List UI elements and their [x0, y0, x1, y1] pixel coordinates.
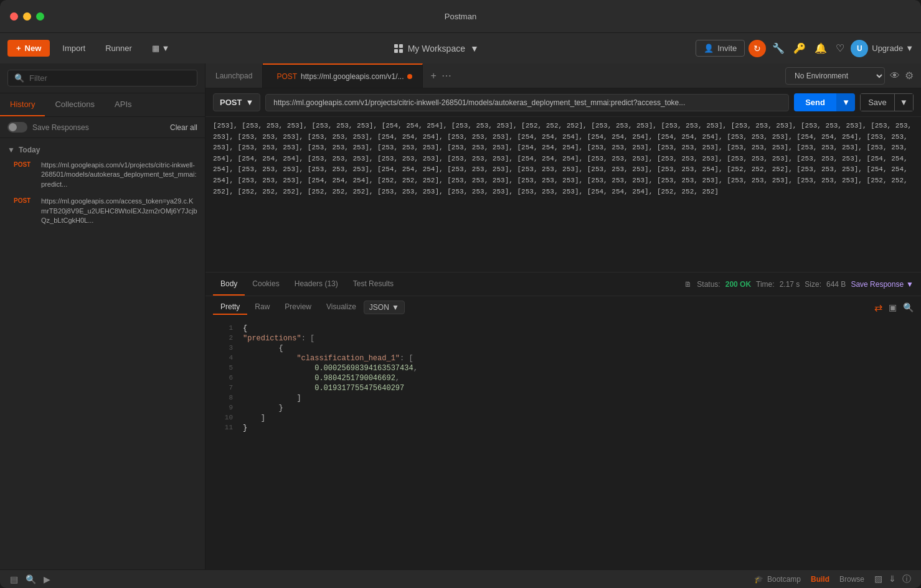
tab-launchpad[interactable]: Launchpad	[205, 63, 263, 88]
sidebar-toggle-icon[interactable]: ▤	[10, 574, 18, 584]
runner-button[interactable]: Runner	[98, 40, 139, 57]
save-button-wrap: Save ▼	[860, 93, 914, 111]
save-responses-label: Save Responses	[32, 123, 89, 132]
wrench-icon-button[interactable]: 🔧	[770, 40, 787, 57]
api-network-button[interactable]: ▦ ▼	[144, 40, 177, 57]
json-line-5: 5 0.00025698394163537434,	[205, 363, 921, 373]
today-section-header[interactable]: ▼ Today	[0, 143, 205, 157]
chevron-down-icon: ▼	[906, 280, 914, 289]
save-responses-switch[interactable]	[7, 122, 27, 133]
console-icon[interactable]: ▶	[44, 574, 50, 584]
wrap-lines-button[interactable]: ⇄	[874, 302, 882, 314]
send-dropdown-button[interactable]: ▼	[836, 93, 855, 111]
traffic-lights	[10, 12, 44, 21]
sidebar-controls: Save Responses Clear all	[0, 117, 205, 138]
fmt-tab-preview[interactable]: Preview	[277, 300, 319, 315]
url-input[interactable]	[265, 94, 789, 111]
window-title: Postman	[445, 12, 476, 21]
format-tabs: Pretty Raw Preview Visualize JSON ▼ ⇄ ▣ …	[205, 296, 921, 319]
json-line-7: 7 0.019317755475640297	[205, 383, 921, 393]
eye-icon-button[interactable]: 👁	[890, 70, 900, 82]
tab-cookies[interactable]: Cookies	[245, 273, 286, 296]
search-icon: 🔍	[14, 73, 24, 83]
key-icon-button[interactable]: 🔑	[791, 40, 808, 57]
minimize-button[interactable]	[23, 12, 31, 21]
tab-active-request[interactable]: POST https://ml.googleapis.com/v1/...	[263, 63, 423, 88]
chevron-down-icon: ▼	[245, 98, 253, 107]
sidebar-search: 🔍	[0, 63, 205, 93]
import-button[interactable]: Import	[55, 40, 93, 57]
settings-icon-button[interactable]: ⚙	[905, 70, 914, 82]
search-input[interactable]	[29, 73, 191, 83]
tab-modified-indicator	[407, 74, 412, 79]
download-icon[interactable]: ⇓	[889, 574, 896, 585]
new-button[interactable]: + New	[7, 40, 50, 57]
json-line-9: 9 }	[205, 403, 921, 413]
environment-select[interactable]: No Environment	[785, 67, 885, 85]
response-time: 2.17 s	[780, 280, 800, 289]
upgrade-button[interactable]: Upgrade ▼	[872, 44, 914, 53]
response-scroll-content: [253], [253, 253, 253], [253, 253, 253],…	[205, 117, 921, 273]
main-layout: 🔍 History Collections APIs Save Response…	[0, 63, 921, 569]
save-response-button[interactable]: Save Response ▼	[851, 280, 914, 289]
request-tabs: Launchpad POST https://ml.googleapis.com…	[205, 63, 921, 88]
clear-all-button[interactable]: Clear all	[170, 123, 197, 132]
fmt-tab-visualize[interactable]: Visualize	[319, 300, 364, 315]
size-label: Size:	[805, 280, 821, 289]
tab-body[interactable]: Body	[213, 273, 245, 296]
bootcamp-button[interactable]: 🎓 Bootcamp	[754, 575, 801, 584]
close-button[interactable]	[10, 12, 18, 21]
json-line-8: 8 ]	[205, 393, 921, 403]
history-url: https://ml.googleapis.com/v1/projects/ci…	[41, 161, 197, 189]
build-button[interactable]: Build	[811, 575, 829, 584]
search-status-icon[interactable]: 🔍	[26, 574, 36, 584]
fmt-tab-pretty[interactable]: Pretty	[213, 300, 247, 315]
sidebar-tab-collections[interactable]: Collections	[45, 93, 105, 116]
status-bar-right: 🎓 Bootcamp Build Browse ▨ ⇓ ⓘ	[754, 574, 911, 585]
tab-test-results[interactable]: Test Results	[346, 273, 401, 296]
format-right-actions: ⇄ ▣ 🔍	[874, 302, 914, 314]
sync-icon-button[interactable]: ↻	[749, 40, 766, 57]
send-button[interactable]: Send	[794, 93, 836, 111]
format-select[interactable]: JSON ▼	[364, 301, 405, 314]
save-responses-toggle: Save Responses	[7, 122, 89, 133]
list-item[interactable]: POST https://ml.googleapis.com/access_to…	[0, 193, 205, 229]
send-button-wrap: Send ▼	[794, 93, 855, 111]
invite-button[interactable]: 👤 Invite	[696, 40, 745, 57]
title-bar: Postman	[0, 0, 921, 32]
bell-icon-button[interactable]: 🔔	[812, 40, 829, 57]
fmt-tab-raw[interactable]: Raw	[247, 300, 277, 315]
tab-headers[interactable]: Headers (13)	[287, 273, 346, 296]
save-button[interactable]: Save	[860, 93, 894, 111]
sidebar-tab-apis[interactable]: APIs	[105, 93, 141, 116]
status-bar-left: ▤ 🔍 ▶	[10, 574, 50, 584]
status-ok: 200 OK	[725, 280, 751, 289]
list-item[interactable]: POST https://ml.googleapis.com/v1/projec…	[0, 157, 205, 193]
toolbar-right: 👤 Invite ↻ 🔧 🔑 🔔 ♡ U Upgrade ▼	[696, 40, 914, 57]
sidebar: 🔍 History Collections APIs Save Response…	[0, 63, 205, 569]
response-icon: 🗎	[684, 280, 692, 289]
help-icon[interactable]: ⓘ	[902, 574, 911, 585]
method-badge: POST	[14, 197, 36, 204]
workspace-button[interactable]: My Workspace ▼	[394, 44, 479, 54]
workspace-center: My Workspace ▼	[182, 44, 691, 54]
heart-icon-button[interactable]: ♡	[833, 40, 847, 57]
user-icon: 👤	[704, 44, 714, 53]
copy-button[interactable]: ▣	[889, 302, 897, 312]
avatar[interactable]: U	[851, 40, 868, 57]
maximize-button[interactable]	[36, 12, 44, 21]
method-select[interactable]: POST ▼	[213, 93, 260, 111]
save-dropdown-button[interactable]: ▼	[894, 93, 914, 111]
layout-icon[interactable]: ▨	[874, 574, 882, 585]
json-line-3: 3 {	[205, 343, 921, 353]
json-line-1: 1 {	[205, 324, 921, 334]
add-tab-button[interactable]: +	[430, 70, 436, 82]
network-icon: ▦ ▼	[152, 44, 169, 53]
tab-menu-button[interactable]: ⋯	[442, 70, 451, 82]
browse-button[interactable]: Browse	[839, 575, 864, 584]
sidebar-tab-history[interactable]: History	[0, 93, 45, 116]
sidebar-history: ▼ Today POST https://ml.googleapis.com/v…	[0, 138, 205, 569]
request-bar: POST ▼ Send ▼ Save ▼	[205, 88, 921, 117]
json-line-4: 4 "classification_head_1": [	[205, 353, 921, 363]
search-button[interactable]: 🔍	[903, 302, 914, 312]
